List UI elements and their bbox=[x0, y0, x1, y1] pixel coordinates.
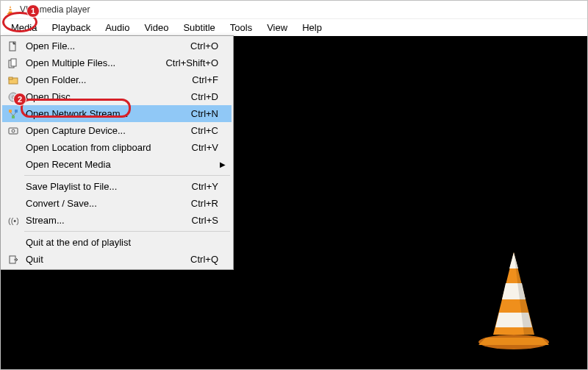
menuitem-label: Quit at the end of playlist bbox=[21, 237, 218, 248]
svg-line-22 bbox=[13, 113, 16, 115]
network-icon bbox=[5, 108, 21, 120]
menuitem-shortcut: Ctrl+Q bbox=[190, 254, 218, 265]
menuitem-shortcut: Ctrl+N bbox=[191, 108, 218, 119]
svg-rect-13 bbox=[11, 59, 16, 66]
svg-rect-18 bbox=[9, 110, 12, 113]
svg-rect-3 bbox=[9, 10, 12, 11]
menuitem-quit[interactable]: QuitCtrl+Q bbox=[2, 251, 232, 268]
title-text: VLC media player bbox=[20, 4, 90, 15]
menuitem-shortcut: Ctrl+C bbox=[191, 125, 218, 136]
menuitem-shortcut: Ctrl+V bbox=[192, 142, 218, 153]
stream-icon: ((•)) bbox=[5, 215, 21, 227]
menubar: Media Playback Audio Video Subtitle Tool… bbox=[1, 18, 587, 36]
svg-point-17 bbox=[12, 96, 15, 98]
capture-icon bbox=[5, 125, 21, 137]
menuitem-label: Open File... bbox=[21, 40, 190, 51]
menuitem-save-playlist-to-file[interactable]: Save Playlist to File...Ctrl+Y bbox=[2, 178, 232, 195]
svg-marker-0 bbox=[8, 5, 12, 13]
menuitem-open-folder[interactable]: Open Folder...Ctrl+F bbox=[2, 71, 232, 88]
svg-marker-5 bbox=[478, 338, 549, 345]
svg-rect-2 bbox=[9, 8, 11, 9]
svg-rect-23 bbox=[9, 128, 18, 134]
menu-separator bbox=[24, 175, 230, 176]
menuitem-label: Quit bbox=[21, 254, 190, 265]
menu-view[interactable]: View bbox=[259, 19, 295, 36]
menu-help[interactable]: Help bbox=[295, 19, 329, 36]
menuitem-shortcut: Ctrl+Y bbox=[192, 181, 218, 192]
disc-icon bbox=[5, 91, 21, 103]
media-dropdown: Open File...Ctrl+OOpen Multiple Files...… bbox=[0, 35, 234, 270]
menuitem-shortcut: Ctrl+O bbox=[190, 40, 218, 51]
svg-rect-15 bbox=[9, 77, 12, 79]
menu-separator bbox=[24, 231, 230, 232]
menuitem-quit-at-the-end-of-playlist[interactable]: Quit at the end of playlist bbox=[2, 234, 232, 251]
menuitem-open-disc[interactable]: Open Disc...Ctrl+D bbox=[2, 88, 232, 105]
menuitem-open-recent-media[interactable]: Open Recent Media▶ bbox=[2, 156, 232, 173]
blank-icon bbox=[5, 159, 21, 171]
menuitem-label: Convert / Save... bbox=[21, 198, 191, 209]
vlc-cone-icon bbox=[5, 4, 15, 15]
menuitem-label: Open Capture Device... bbox=[21, 125, 191, 136]
menuitem-label: Open Disc... bbox=[21, 91, 191, 102]
menuitem-stream[interactable]: ((•))Stream...Ctrl+S bbox=[2, 212, 232, 229]
menuitem-open-network-stream[interactable]: Open Network Stream...Ctrl+N bbox=[2, 105, 232, 122]
svg-text:((•)): ((•)) bbox=[8, 216, 18, 225]
menu-playback[interactable]: Playback bbox=[44, 19, 98, 36]
svg-line-21 bbox=[10, 113, 13, 115]
menuitem-label: Open Recent Media bbox=[21, 159, 218, 170]
files-icon bbox=[5, 57, 21, 69]
titlebar: VLC media player bbox=[1, 1, 587, 18]
menuitem-label: Open Multiple Files... bbox=[21, 57, 165, 68]
menuitem-open-multiple-files[interactable]: Open Multiple Files...Ctrl+Shift+O bbox=[2, 54, 232, 71]
blank-icon bbox=[5, 181, 21, 193]
menuitem-convert-save[interactable]: Convert / Save...Ctrl+R bbox=[2, 195, 232, 212]
menuitem-shortcut: Ctrl+Shift+O bbox=[165, 57, 218, 68]
menuitem-shortcut: Ctrl+R bbox=[191, 198, 218, 209]
menu-audio[interactable]: Audio bbox=[98, 19, 137, 36]
menuitem-label: Open Network Stream... bbox=[21, 108, 191, 119]
menuitem-open-file[interactable]: Open File...Ctrl+O bbox=[2, 38, 232, 54]
blank-icon bbox=[5, 237, 21, 249]
menu-media[interactable]: Media bbox=[4, 19, 44, 36]
menuitem-shortcut: Ctrl+D bbox=[191, 91, 218, 102]
folder-icon bbox=[5, 74, 21, 86]
menuitem-label: Stream... bbox=[21, 215, 192, 226]
file-icon bbox=[5, 40, 21, 52]
menu-tools[interactable]: Tools bbox=[223, 19, 259, 36]
menuitem-shortcut: Ctrl+S bbox=[192, 215, 218, 226]
blank-icon bbox=[5, 142, 21, 154]
menuitem-label: Open Location from clipboard bbox=[21, 142, 192, 153]
svg-rect-19 bbox=[15, 110, 18, 113]
menuitem-open-capture-device[interactable]: Open Capture Device...Ctrl+C bbox=[2, 122, 232, 139]
menu-video[interactable]: Video bbox=[137, 19, 176, 36]
menu-subtitle[interactable]: Subtitle bbox=[176, 19, 222, 36]
quit-icon bbox=[5, 254, 21, 266]
vlc-cone-logo bbox=[470, 248, 558, 351]
menuitem-open-location-from-clipboard[interactable]: Open Location from clipboardCtrl+V bbox=[2, 139, 232, 156]
svg-rect-20 bbox=[12, 115, 15, 118]
submenu-arrow-icon: ▶ bbox=[218, 160, 226, 168]
blank-icon bbox=[5, 198, 21, 210]
svg-rect-1 bbox=[7, 13, 13, 14]
menuitem-label: Open Folder... bbox=[21, 74, 192, 85]
menuitem-shortcut: Ctrl+F bbox=[192, 74, 218, 85]
svg-point-24 bbox=[12, 129, 15, 132]
menuitem-label: Save Playlist to File... bbox=[21, 181, 192, 192]
